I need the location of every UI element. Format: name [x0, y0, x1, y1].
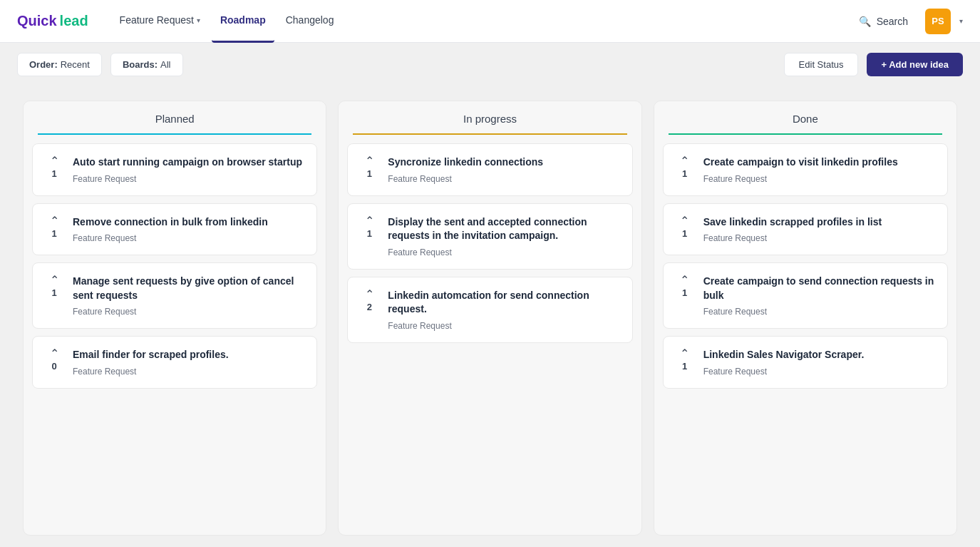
nav-item-changelog-label: Changelog [286, 14, 334, 26]
card-title-d2: Save linkedin scrapped profiles in list [703, 215, 936, 230]
logo-quick: Quick [17, 13, 57, 29]
nav-item-feature-request-label: Feature Request [120, 14, 194, 26]
vote-count-d3: 1 [682, 287, 687, 298]
column-title-inprogress: In progress [353, 113, 626, 135]
vote-button-p3[interactable]: ⌃1 [44, 275, 64, 298]
card-content-p4: Email finder for scraped profiles.Featur… [73, 348, 305, 377]
column-body-done: ⌃1Create campaign to visit linkedin prof… [654, 135, 956, 397]
nav-item-roadmap-label: Roadmap [220, 14, 266, 26]
boards-label: Boards: [123, 59, 158, 70]
card-title-d4: Linkedin Sales Navigator Scraper. [703, 348, 936, 362]
column-done: Done⌃1Create campaign to visit linkedin … [654, 101, 957, 536]
upvote-arrow-icon: ⌃ [680, 275, 689, 286]
card-title-d3: Create campaign to send connection reque… [703, 275, 936, 302]
card-content-p1: Auto start running campaign on browser s… [73, 155, 305, 184]
vote-count-d1: 1 [682, 168, 687, 179]
card-d3[interactable]: ⌃1Create campaign to send connection req… [663, 262, 948, 329]
upvote-arrow-icon: ⌃ [50, 275, 59, 286]
upvote-arrow-icon: ⌃ [365, 289, 374, 300]
vote-button-i1[interactable]: ⌃1 [359, 155, 379, 179]
card-title-i2: Display the sent and accepted connection… [388, 215, 620, 243]
vote-count-i1: 1 [367, 168, 372, 179]
card-tag-d4: Feature Request [703, 367, 936, 377]
card-tag-d3: Feature Request [703, 307, 936, 317]
navbar: Quicklead Feature Request ▾ Roadmap Chan… [0, 0, 980, 43]
upvote-arrow-icon: ⌃ [50, 155, 59, 167]
nav-right: 🔍 Search PS ▾ [850, 9, 963, 34]
card-tag-p1: Feature Request [73, 174, 305, 184]
vote-button-d2[interactable]: ⌃1 [675, 215, 695, 239]
search-label: Search [877, 16, 908, 27]
card-d2[interactable]: ⌃1Save linkedin scrapped profiles in lis… [663, 203, 948, 256]
column-title-done: Done [669, 113, 942, 135]
card-tag-i1: Feature Request [388, 174, 620, 184]
card-content-d1: Create campaign to visit linkedin profil… [703, 155, 936, 184]
logo-lead: lead [60, 13, 88, 29]
card-p1[interactable]: ⌃1Auto start running campaign on browser… [32, 143, 317, 196]
card-tag-d1: Feature Request [703, 174, 936, 184]
card-content-d2: Save linkedin scrapped profiles in listF… [703, 215, 936, 244]
vote-count-i3: 2 [367, 302, 372, 312]
vote-button-i3[interactable]: ⌃2 [359, 289, 379, 312]
vote-button-i2[interactable]: ⌃1 [359, 215, 379, 239]
add-idea-button[interactable]: + Add new idea [867, 53, 963, 76]
card-tag-p4: Feature Request [73, 367, 305, 377]
avatar-chevron-icon[interactable]: ▾ [959, 17, 963, 25]
card-d1[interactable]: ⌃1Create campaign to visit linkedin prof… [663, 143, 948, 196]
card-i3[interactable]: ⌃2Linkedin automcation for send connecti… [347, 277, 632, 343]
upvote-arrow-icon: ⌃ [365, 215, 374, 227]
card-p3[interactable]: ⌃1Manage sent requests by give option of… [32, 262, 317, 329]
card-tag-d2: Feature Request [703, 233, 936, 243]
vote-button-p1[interactable]: ⌃1 [44, 155, 64, 179]
upvote-arrow-icon: ⌃ [680, 215, 689, 227]
vote-count-p4: 0 [51, 361, 56, 372]
board: Planned⌃1Auto start running campaign on … [0, 86, 980, 547]
nav-item-roadmap[interactable]: Roadmap [212, 0, 274, 43]
vote-count-p2: 1 [51, 228, 56, 239]
vote-button-p2[interactable]: ⌃1 [44, 215, 64, 239]
column-header-done: Done [654, 101, 956, 135]
boards-value: All [160, 59, 170, 70]
boards-button[interactable]: Boards: All [110, 53, 183, 76]
upvote-arrow-icon: ⌃ [50, 215, 59, 227]
chevron-down-icon: ▾ [197, 16, 200, 24]
vote-button-p4[interactable]: ⌃0 [44, 348, 64, 372]
column-header-inprogress: In progress [339, 101, 641, 135]
card-title-i1: Syncronize linkedin connections [388, 155, 620, 170]
card-content-i3: Linkedin automcation for send connection… [388, 289, 620, 331]
column-title-planned: Planned [38, 113, 311, 135]
card-p4[interactable]: ⌃0Email finder for scraped profiles.Feat… [32, 336, 317, 389]
upvote-arrow-icon: ⌃ [680, 348, 689, 359]
order-button[interactable]: Order: Recent [17, 53, 102, 76]
toolbar-right: Edit Status + Add new idea [784, 53, 963, 76]
card-content-p3: Manage sent requests by give option of c… [73, 275, 305, 317]
card-p2[interactable]: ⌃1Remove connection in bulk from linkedi… [32, 203, 317, 256]
vote-button-d4[interactable]: ⌃1 [675, 348, 695, 372]
nav-item-changelog[interactable]: Changelog [277, 0, 343, 43]
column-inprogress: In progress⌃1Syncronize linkedin connect… [338, 101, 641, 536]
search-button[interactable]: 🔍 Search [850, 10, 917, 33]
card-i2[interactable]: ⌃1Display the sent and accepted connecti… [347, 203, 632, 270]
search-icon: 🔍 [859, 16, 871, 27]
card-title-i3: Linkedin automcation for send connection… [388, 289, 620, 317]
card-d4[interactable]: ⌃1Linkedin Sales Navigator Scraper.Featu… [663, 336, 948, 389]
edit-status-button[interactable]: Edit Status [784, 53, 859, 76]
vote-button-d3[interactable]: ⌃1 [675, 275, 695, 298]
card-content-p2: Remove connection in bulk from linkedinF… [73, 215, 305, 244]
upvote-arrow-icon: ⌃ [680, 155, 689, 167]
vote-button-d1[interactable]: ⌃1 [675, 155, 695, 179]
column-header-planned: Planned [24, 101, 326, 135]
logo[interactable]: Quicklead [17, 13, 88, 29]
nav-item-feature-request[interactable]: Feature Request ▾ [111, 0, 209, 43]
card-content-i2: Display the sent and accepted connection… [388, 215, 620, 257]
card-tag-p2: Feature Request [73, 233, 305, 243]
column-body-planned: ⌃1Auto start running campaign on browser… [24, 135, 326, 397]
card-i1[interactable]: ⌃1Syncronize linkedin connectionsFeature… [347, 143, 632, 196]
avatar[interactable]: PS [925, 9, 951, 34]
card-tag-i3: Feature Request [388, 321, 620, 331]
card-content-d3: Create campaign to send connection reque… [703, 275, 936, 317]
card-content-i1: Syncronize linkedin connectionsFeature R… [388, 155, 620, 184]
vote-count-i2: 1 [367, 228, 372, 239]
vote-count-d2: 1 [682, 228, 687, 239]
card-title-p3: Manage sent requests by give option of c… [73, 275, 305, 302]
